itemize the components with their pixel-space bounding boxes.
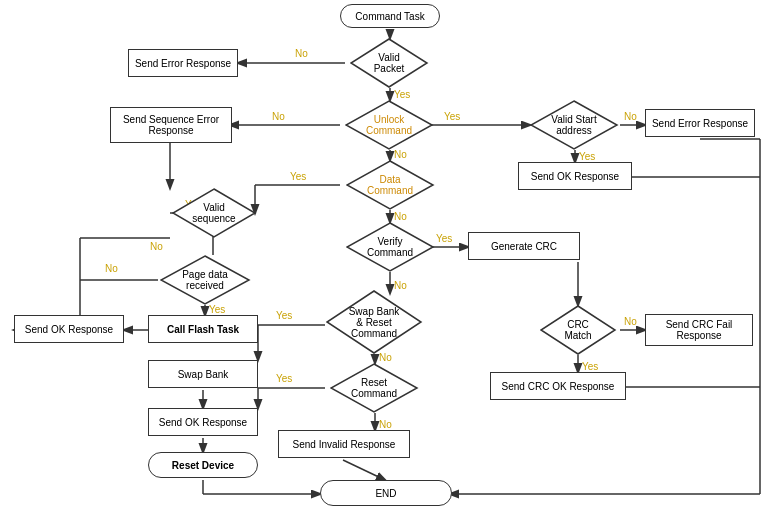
svg-text:No: No xyxy=(295,48,308,59)
svg-text:No: No xyxy=(272,111,285,122)
unlock-command-node: UnlockCommand xyxy=(345,100,433,150)
call-flash-task-node: Call Flash Task xyxy=(148,315,258,343)
send-ok-response-2-node: Send OK Response xyxy=(14,315,124,343)
svg-text:Yes: Yes xyxy=(290,171,306,182)
send-ok-response-3-node: Send OK Response xyxy=(148,408,258,436)
valid-sequence-node: Validsequence xyxy=(172,188,256,238)
command-task-node: Command Task xyxy=(340,4,440,28)
swap-bank-reset-node: Swap Bank& ResetCommand xyxy=(326,290,422,354)
svg-text:No: No xyxy=(105,263,118,274)
svg-text:No: No xyxy=(150,241,163,252)
crc-match-node: CRCMatch xyxy=(540,305,616,355)
reset-device-node: Reset Device xyxy=(148,452,258,478)
valid-packet-node: ValidPacket xyxy=(350,38,428,88)
send-invalid-node: Send Invalid Response xyxy=(278,430,410,458)
send-crc-fail-node: Send CRC FailResponse xyxy=(645,314,753,346)
page-data-node: Page datareceived xyxy=(160,255,250,305)
send-error-response-2-node: Send Error Response xyxy=(645,109,755,137)
send-error-response-1-node: Send Error Response xyxy=(128,49,238,77)
flowchart: No Yes No Yes No Yes No No Y xyxy=(0,0,773,513)
swap-bank-node: Swap Bank xyxy=(148,360,258,388)
reset-command-node: ResetCommand xyxy=(330,363,418,413)
send-seq-error-node: Send Sequence ErrorResponse xyxy=(110,107,232,143)
generate-crc-node: Generate CRC xyxy=(468,232,580,260)
valid-start-node: Valid Startaddress xyxy=(530,100,618,150)
end-node: END xyxy=(320,480,452,506)
